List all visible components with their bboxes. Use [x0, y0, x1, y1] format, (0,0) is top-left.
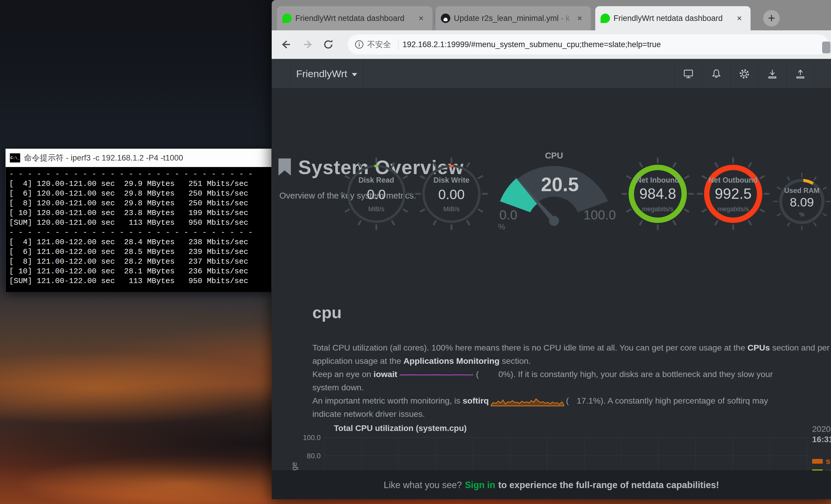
- cpu-section-text: Total CPU utilization (all cores). 100% …: [312, 341, 831, 421]
- github-favicon-icon: [441, 13, 450, 23]
- gauge-label: Used RAM: [779, 186, 825, 195]
- cmd-prompt-icon: C:\_: [10, 153, 20, 162]
- text-line: application usage at the Applications Mo…: [312, 354, 831, 367]
- tab-friendlywrt-netdata-2-active[interactable]: FriendlyWrt netdata dashboard ×: [595, 6, 750, 30]
- signin-message: Like what you see?Sign into experience t…: [384, 480, 719, 491]
- gear-icon: [739, 68, 750, 80]
- monitor-icon: [683, 68, 694, 80]
- download-icon: [767, 68, 778, 80]
- bookmark-icon: [279, 158, 291, 176]
- upload-icon: [795, 68, 806, 80]
- netdata-header: FriendlyWrt: [272, 59, 831, 89]
- new-tab-button[interactable]: +: [763, 10, 780, 27]
- terminal-separator: - - - - - - - - - - - - - - - - - - - - …: [9, 169, 268, 179]
- security-label[interactable]: 不安全: [367, 39, 391, 50]
- bell-icon: [711, 68, 722, 80]
- gauge-value: 8.09: [779, 195, 825, 209]
- gauge-unit: megabits/s: [629, 205, 687, 213]
- tab-friendlywrt-netdata-1[interactable]: FriendlyWrt netdata dashboard ×: [277, 6, 432, 30]
- iowait-value: 0%).: [479, 367, 516, 381]
- address-bar[interactable]: 不安全 192.168.2.1:19999/#menu_system_subme…: [348, 34, 829, 55]
- gauge-unit: MiB/s: [347, 205, 405, 213]
- gauge-max: 100.0: [582, 208, 618, 223]
- browser-toolbar: 不安全 192.168.2.1:19999/#menu_system_subme…: [272, 30, 831, 59]
- gauge-value: 992.5: [704, 185, 762, 202]
- gauge-label: Net Inbound: [629, 176, 687, 184]
- gauge-label: Net Outbound: [704, 176, 762, 184]
- settings-button[interactable]: [730, 59, 758, 89]
- chevron-down-icon: [352, 73, 357, 76]
- gauge-net-inbound[interactable]: Net Inbound 984.8 megabits/s: [629, 165, 687, 223]
- gauge-min: 0.0: [491, 208, 526, 223]
- desktop-wallpaper: C:\_ 命令提示符 - iperf3 -c 192.168.1.2 -P4 -…: [0, 0, 831, 504]
- terminal-output: - - - - - - - - - - - - - - - - - - - - …: [6, 167, 271, 292]
- gauge-unit: megabits/s: [704, 205, 762, 213]
- hostname-dropdown[interactable]: FriendlyWrt: [290, 59, 363, 89]
- gauge-unit: MiB/s: [422, 205, 481, 213]
- gauge-value: 20.5: [531, 173, 590, 196]
- terminal-row: [ 10] 120.00-121.00 sec 23.8 MBytes 199 …: [9, 208, 268, 218]
- browser-window: FriendlyWrt netdata dashboard × Update r…: [272, 0, 831, 499]
- gauge-net-outbound[interactable]: Net Outbound 992.5 megabits/s: [704, 165, 762, 223]
- tab-close-icon[interactable]: ×: [415, 12, 427, 24]
- info-icon[interactable]: [354, 39, 364, 50]
- gauge-label: Disk Read: [347, 176, 405, 184]
- gauge-cpu[interactable]: CPU 20.5 0.0 100.0 %: [489, 150, 619, 239]
- cpus-link[interactable]: CPUs: [747, 343, 770, 352]
- y-tick: 80.0: [291, 452, 321, 460]
- tab-title: Update r2s_lean_minimal.yml · k: [454, 14, 570, 23]
- terminal-row: [ 10] 121.00-122.00 sec 28.1 MBytes 236 …: [9, 267, 268, 276]
- terminal-titlebar[interactable]: C:\_ 命令提示符 - iperf3 -c 192.168.1.2 -P4 -…: [6, 149, 271, 167]
- chart-date: 2020年3: [812, 423, 831, 435]
- export-button[interactable]: [786, 59, 814, 89]
- browser-tabstrip: FriendlyWrt netdata dashboard × Update r…: [272, 0, 831, 30]
- chart-title: Total CPU utilization (system.cpu): [334, 423, 467, 433]
- gauge-label: CPU: [524, 151, 583, 160]
- alarms-button[interactable]: [702, 59, 730, 89]
- clipped-header-button[interactable]: [814, 59, 831, 89]
- softirq-value: 17.1%).: [569, 394, 606, 407]
- legend-item-softirq[interactable]: softirq: [812, 456, 831, 466]
- clipped-toolbar-icon[interactable]: [822, 41, 830, 53]
- terminal-row: [SUM] 120.00-121.00 sec 113 MBytes 950 M…: [9, 218, 268, 228]
- reload-button[interactable]: [319, 36, 337, 53]
- tab-separator: [434, 11, 435, 25]
- my-netdata-screen-button[interactable]: [674, 59, 702, 89]
- url-text[interactable]: 192.168.2.1:19999/#menu_system_submenu_c…: [403, 40, 661, 49]
- terminal-row: [ 4] 121.00-122.00 sec 28.4 MBytes 238 M…: [9, 237, 268, 247]
- terminal-row: [ 8] 120.00-121.00 sec 29.8 MBytes 250 M…: [9, 199, 268, 208]
- iowait-sparkline: [399, 373, 474, 377]
- signin-banner: Like what you see?Sign into experience t…: [272, 470, 831, 499]
- tab-github-update[interactable]: Update r2s_lean_minimal.yml · k ×: [435, 6, 591, 30]
- text-line: indicate network driver issues.: [312, 407, 831, 421]
- gauge-unit: %: [779, 211, 825, 218]
- import-button[interactable]: [758, 59, 786, 89]
- netdata-favicon-icon: [282, 13, 292, 23]
- back-button[interactable]: [277, 36, 294, 53]
- forward-button[interactable]: [300, 36, 317, 53]
- url-divider: [398, 39, 398, 50]
- gauge-value: 0.00: [422, 186, 481, 202]
- gauge-used-ram[interactable]: Used RAM 8.09 %: [779, 179, 825, 224]
- softirq-sparkline: [491, 395, 564, 407]
- terminal-title: 命令提示符 - iperf3 -c 192.168.1.2 -P4 -t1000: [24, 153, 183, 163]
- terminal-row: [ 8] 121.00-122.00 sec 28.2 MBytes 237 M…: [9, 257, 268, 267]
- tab-close-icon[interactable]: ×: [574, 12, 585, 24]
- terminal-separator: - - - - - - - - - - - - - - - - - - - - …: [9, 228, 268, 237]
- chart-time: 16:31:2: [812, 435, 831, 444]
- terminal-row: [ 6] 121.00-122.00 sec 28.5 MBytes 239 M…: [9, 247, 268, 257]
- legend-swatch: [812, 459, 823, 464]
- gauge-disk-read[interactable]: Disk Read 0.0 MiB/s: [347, 165, 405, 223]
- applications-monitoring-link[interactable]: Applications Monitoring: [403, 356, 499, 365]
- text-line: An important metric worth monitoring, is…: [312, 394, 831, 407]
- tab-title: FriendlyWrt netdata dashboard: [613, 14, 729, 23]
- text-line: Total CPU utilization (all cores). 100% …: [312, 341, 831, 354]
- tab-close-icon[interactable]: ×: [734, 12, 745, 24]
- text-line: system down.: [312, 381, 831, 394]
- terminal-window[interactable]: C:\_ 命令提示符 - iperf3 -c 192.168.1.2 -P4 -…: [5, 148, 272, 292]
- gauge-value: 0.0: [347, 186, 405, 202]
- tab-title: FriendlyWrt netdata dashboard: [295, 14, 411, 23]
- sign-in-link[interactable]: Sign in: [465, 480, 495, 490]
- gauge-disk-write[interactable]: Disk Write 0.00 MiB/s: [422, 165, 481, 223]
- gauge-value: 984.8: [629, 185, 687, 202]
